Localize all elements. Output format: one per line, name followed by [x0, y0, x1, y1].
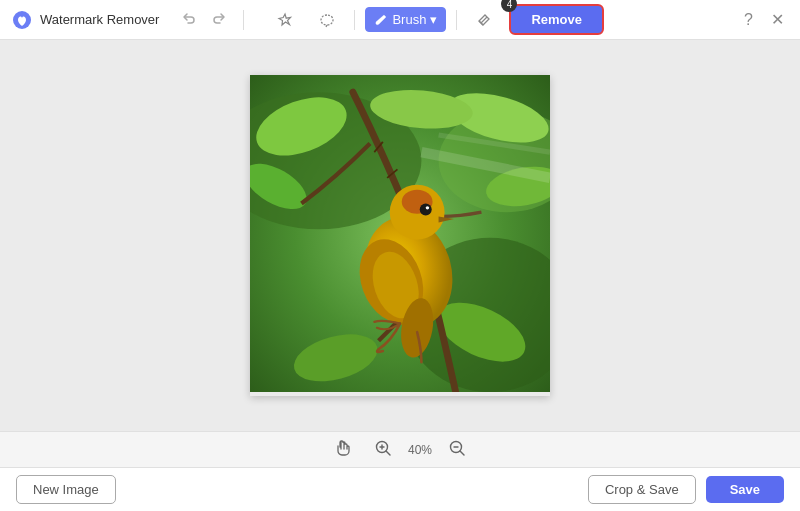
- svg-point-23: [426, 206, 429, 209]
- new-image-button[interactable]: New Image: [16, 475, 116, 504]
- title-bar: Watermark Remover Brush: [0, 0, 800, 40]
- divider3: [456, 10, 457, 30]
- hand-tool-button[interactable]: [328, 437, 358, 462]
- undo-button[interactable]: [177, 8, 201, 31]
- eraser-tool-button[interactable]: [467, 7, 501, 33]
- save-button[interactable]: Save: [706, 476, 784, 503]
- remove-button-wrapper: 4 Remove: [509, 4, 604, 35]
- footer-right: Crop & Save Save: [588, 475, 784, 504]
- help-button[interactable]: ?: [740, 9, 757, 31]
- divider1: [243, 10, 244, 30]
- lasso-tool-button[interactable]: [310, 7, 344, 33]
- canvas-area: [0, 40, 800, 431]
- zoom-out-button[interactable]: [442, 437, 472, 462]
- zoom-level: 40%: [408, 443, 432, 457]
- nav-buttons: [177, 8, 231, 31]
- app-title: Watermark Remover: [40, 12, 159, 27]
- divider2: [354, 10, 355, 30]
- remove-button[interactable]: Remove: [509, 4, 604, 35]
- footer: New Image Crop & Save Save: [0, 467, 800, 511]
- brush-label: Brush: [392, 12, 426, 27]
- app-logo-icon: [12, 10, 32, 30]
- crop-save-button[interactable]: Crop & Save: [588, 475, 696, 504]
- toolbar: Brush ▾ 4 Remove: [256, 4, 616, 35]
- zoom-in-button[interactable]: [368, 437, 398, 462]
- window-controls: ? ✕: [740, 8, 788, 31]
- footer-left: New Image: [16, 475, 116, 504]
- svg-point-22: [420, 203, 432, 215]
- main-image: [250, 75, 550, 392]
- brush-tool-button[interactable]: Brush ▾: [365, 7, 446, 32]
- close-button[interactable]: ✕: [767, 8, 788, 31]
- brush-chevron-icon: ▾: [430, 12, 437, 27]
- image-container: [250, 75, 550, 396]
- magic-tool-button[interactable]: [268, 7, 302, 33]
- title-left: Watermark Remover Brush: [12, 4, 616, 35]
- redo-button[interactable]: [207, 8, 231, 31]
- zoom-bar: 40%: [0, 431, 800, 467]
